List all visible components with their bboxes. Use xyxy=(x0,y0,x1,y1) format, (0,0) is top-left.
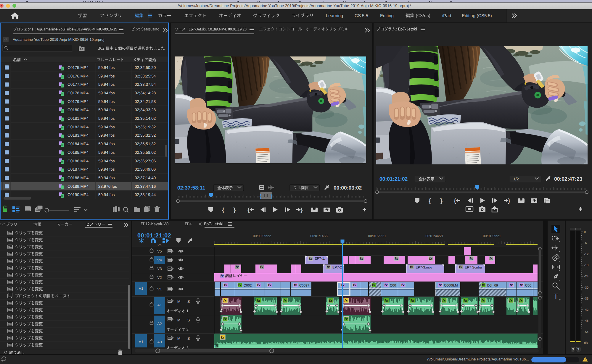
svg-text:59.94 fps: 59.94 fps xyxy=(98,167,115,172)
svg-text:fx: fx xyxy=(221,274,224,278)
svg-text:fx: fx xyxy=(464,298,467,303)
svg-text:fx: fx xyxy=(260,265,264,269)
svg-text:fx: fx xyxy=(429,256,433,261)
svg-text:fx: fx xyxy=(509,298,513,303)
svg-text:02;33;25;54: 02;33;25;54 xyxy=(135,74,156,78)
svg-text:C0184.MP4: C0184.MP4 xyxy=(67,142,89,146)
svg-text:-6: -6 xyxy=(584,241,587,245)
svg-text:02:37:58:11: 02:37:58:11 xyxy=(177,185,205,191)
svg-text:C0185.MP4: C0185.MP4 xyxy=(67,150,89,155)
svg-text:S: S xyxy=(577,348,579,351)
svg-text:C0181.MP4: C0181.MP4 xyxy=(67,116,89,121)
svg-text:V4: V4 xyxy=(157,258,162,262)
svg-text:{: { xyxy=(260,193,261,199)
svg-text:23.976 fps: 23.976 fps xyxy=(98,184,117,189)
svg-text:fx: fx xyxy=(372,283,376,287)
svg-text:{: { xyxy=(454,198,456,204)
svg-text:S: S xyxy=(187,337,190,341)
svg-text:59.94 fps: 59.94 fps xyxy=(98,91,115,95)
svg-text:02;35;14;02: 02;35;14;02 xyxy=(135,116,156,121)
svg-text:A1: A1 xyxy=(139,340,143,344)
svg-text:C002: C002 xyxy=(244,284,252,287)
svg-text:{: { xyxy=(247,207,250,213)
svg-text:A3: A3 xyxy=(157,340,162,344)
svg-text:0: 0 xyxy=(584,230,586,234)
svg-text:M: M xyxy=(177,337,180,341)
svg-text:C0190.MP4: C0190.MP4 xyxy=(67,192,89,197)
svg-text:M: M xyxy=(177,300,180,304)
svg-text:A1: A1 xyxy=(157,303,162,307)
svg-text:EP7-1.: EP7-1. xyxy=(315,257,325,261)
svg-text:}: } xyxy=(300,207,303,213)
svg-text:S: S xyxy=(187,300,190,304)
svg-text:fx: fx xyxy=(223,298,227,303)
svg-text:{: { xyxy=(429,198,431,204)
svg-text:fx: fx xyxy=(401,283,405,287)
svg-text:CS 5.5: CS 5.5 xyxy=(355,13,368,18)
svg-text:02:37:47:16: 02:37:47:16 xyxy=(135,184,156,189)
svg-text:Learning: Learning xyxy=(326,13,343,18)
svg-text:00:01:21:02: 00:01:21:02 xyxy=(137,232,171,239)
svg-text:fx: fx xyxy=(268,283,272,287)
svg-text:DJI_09: DJI_09 xyxy=(487,284,498,287)
svg-text:fx: fx xyxy=(223,317,227,321)
svg-text:fx: fx xyxy=(411,298,414,303)
svg-text:fx: fx xyxy=(519,298,523,303)
svg-text:Editing (CS5.5): Editing (CS5.5) xyxy=(462,13,492,18)
svg-text:EP7 Scuba: EP7 Scuba xyxy=(465,266,482,269)
svg-text:S: S xyxy=(187,318,190,322)
svg-text:}: } xyxy=(440,198,443,204)
svg-text:C0178.MP4: C0178.MP4 xyxy=(67,91,89,95)
svg-text:fx: fx xyxy=(327,265,330,269)
svg-text:fx: fx xyxy=(329,298,332,303)
svg-text:S: S xyxy=(572,348,574,351)
svg-text:fx: fx xyxy=(395,256,398,261)
svg-text:02;35;51;32: 02;35;51;32 xyxy=(135,142,156,146)
svg-text:fx: fx xyxy=(344,298,348,303)
svg-text:fx: fx xyxy=(309,256,313,261)
svg-text:59.94 fps: 59.94 fps xyxy=(98,99,115,104)
svg-text:}: } xyxy=(508,198,510,204)
svg-text:1/2: 1/2 xyxy=(513,177,519,181)
svg-text:59.94 fps: 59.94 fps xyxy=(98,142,115,146)
svg-text:-30: -30 xyxy=(584,286,588,289)
svg-text:A2: A2 xyxy=(157,322,162,326)
svg-text:fx: fx xyxy=(439,283,442,287)
svg-text:59.94 fps: 59.94 fps xyxy=(98,159,115,163)
svg-text:-12: -12 xyxy=(584,253,588,256)
svg-text:/Volumes/Juniper/DreamLine Pro: /Volumes/Juniper/DreamLine Projects/Aqua… xyxy=(178,4,411,8)
svg-text:02;35;58;02: 02;35;58;02 xyxy=(135,150,156,155)
svg-text:fx: fx xyxy=(238,283,242,287)
svg-text:59.94 fps: 59.94 fps xyxy=(98,133,115,137)
svg-text:fx: fx xyxy=(257,298,260,303)
svg-text:V1: V1 xyxy=(139,287,143,291)
svg-text:C00: C00 xyxy=(525,284,531,287)
svg-text:00:01:21:02: 00:01:21:02 xyxy=(379,176,408,182)
svg-text:fx: fx xyxy=(344,317,348,321)
svg-text:C00: C00 xyxy=(390,284,396,287)
svg-text:59.94 fps: 59.94 fps xyxy=(98,74,115,78)
svg-text:59.94 fps: 59.94 fps xyxy=(98,176,115,180)
svg-text:C0177.MP4: C0177.MP4 xyxy=(67,82,89,87)
svg-text:02;36;49;06: 02;36;49;06 xyxy=(135,167,156,172)
svg-text:59.94 fps: 59.94 fps xyxy=(98,108,115,112)
svg-text:}: } xyxy=(271,193,272,199)
svg-text:02;38;19;44: 02;38;19;44 xyxy=(135,192,156,197)
svg-text:-48: -48 xyxy=(584,319,588,323)
svg-text:59.94 fps: 59.94 fps xyxy=(98,150,115,155)
svg-text:EP7-3.mov: EP7-3.mov xyxy=(416,266,432,269)
svg-text:}: } xyxy=(233,207,236,213)
svg-text:C0008.M: C0008.M xyxy=(444,284,458,287)
svg-text:59.94 fps: 59.94 fps xyxy=(98,192,115,197)
svg-text:C0183.MP4: C0183.MP4 xyxy=(67,133,89,137)
svg-text:{: { xyxy=(222,207,224,213)
svg-text:/Volumes/Juniper/DreamLine Pro: /Volumes/Juniper/DreamLine Projects/Aqua… xyxy=(427,357,529,361)
svg-text:59.94 fps: 59.94 fps xyxy=(98,65,115,70)
svg-text:00:02:47:23: 00:02:47:23 xyxy=(554,176,583,182)
svg-text:fx: fx xyxy=(341,283,345,287)
svg-text:02;37;14;40: 02;37;14;40 xyxy=(135,176,156,180)
svg-text:C0188.MP4: C0188.MP4 xyxy=(67,176,89,180)
svg-text:C0182.MP4: C0182.MP4 xyxy=(67,125,89,129)
svg-text:T: T xyxy=(554,292,558,301)
svg-text:02;34;21;58: 02;34;21;58 xyxy=(135,99,156,104)
